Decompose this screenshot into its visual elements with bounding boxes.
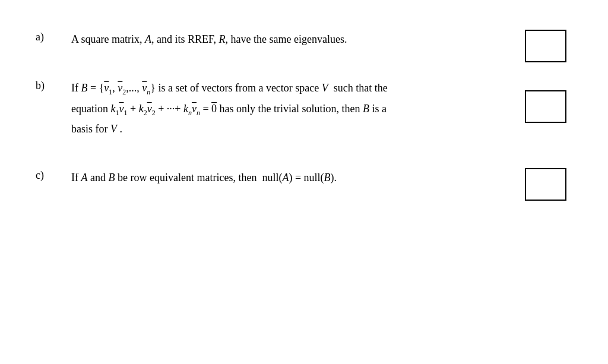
question-b-content: If B = {v1, v2,..., vn} is a set of vect…	[71, 78, 572, 138]
exam-page: a) A square matrix, A, and its RREF, R, …	[0, 0, 608, 364]
question-a-block: a) A square matrix, A, and its RREF, R, …	[36, 30, 572, 49]
question-b-line3: basis for V .	[71, 119, 572, 138]
question-b-label: b)	[36, 78, 71, 92]
answer-box-b[interactable]	[525, 90, 566, 123]
question-c-content: If A and B be row equivalent matrices, t…	[71, 168, 572, 187]
question-b-block: b) If B = {v1, v2,..., vn} is a set of v…	[36, 78, 572, 138]
question-c-label: c)	[36, 168, 71, 182]
answer-box-a[interactable]	[525, 30, 566, 62]
matrix-a: A	[145, 33, 151, 45]
question-c-block: c) If A and B be row equivalent matrices…	[36, 168, 572, 187]
question-a-content: A square matrix, A, and its RREF, R, hav…	[71, 30, 572, 49]
answer-box-c[interactable]	[525, 168, 566, 201]
question-b-line1: If B = {v1, v2,..., vn} is a set of vect…	[71, 78, 572, 99]
question-b-line2: equation k1v1 + k2v2 + ···+ knvn = 0 has…	[71, 99, 572, 119]
question-a-label: a)	[36, 30, 71, 43]
matrix-r: R	[219, 33, 226, 45]
